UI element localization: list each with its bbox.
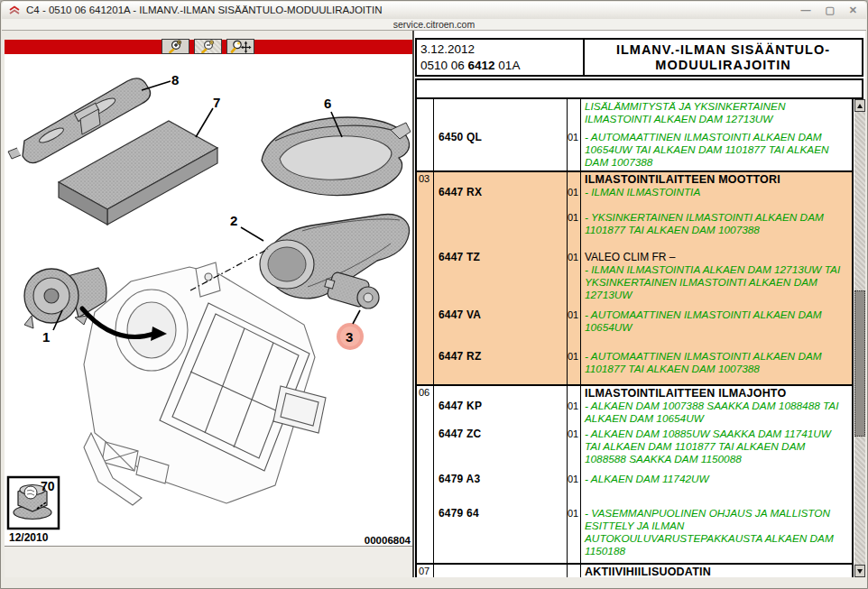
document-header: 3.12.2012 0510 06 6412 01A ILMANV.-ILMAN… [415,38,863,77]
section-body: ILMASTOINTILAITTEEN MOOTTORI6447 RX01- I… [434,172,852,375]
section-header-row: ILMASTOINTILAITTEEN MOOTTORI [434,173,852,186]
part-number[interactable]: 6479 A3 [434,473,567,485]
close-button[interactable]: ✕ [849,5,857,15]
part-row: 6447 RX01- ILMAN ILMASTOINTIA [434,186,852,198]
column-divider [567,172,568,384]
part-row: 6447 RZ01- AUTOMAATTINEN ILMASTOINTI ALK… [434,350,852,375]
section-header-row: ILMASTOINTILAITTEEN ILMAJOHTO [434,387,852,400]
desc-cell: - AUTOMAATTINEN ILMASTOINTI ALKAEN DAM 1… [580,350,852,375]
diagram-panel-footer [5,546,412,577]
diagram-panel: 8 7 6 2 1 3 70 12/2010 00006804 [5,31,412,577]
qty-cell [567,387,580,400]
column-divider [567,99,568,170]
diagram-date: 12/2010 [9,531,48,544]
callout-1[interactable]: 1 [42,330,50,344]
quantity: 01 [567,428,580,465]
column-divider [580,99,581,170]
arrow-down-icon [857,569,863,574]
part-row: 6447 VA01- AUTOMAATTINEN ILMASTOINTI ALK… [434,308,852,334]
desc-cell: VALEO CLIM FR –- ILMAN ILMASTOINTIA ALKA… [580,251,852,301]
quantity: 01 [567,131,580,169]
scrollbar-thumb[interactable] [854,290,865,437]
desc-cell: LISÄLÄMMITYSTÄ JA YKSINKERTAINEN ILMASTO… [580,100,852,125]
desc-cell: AKTIIVIHIILISUODATIN [580,566,852,577]
desc-cell: - YKSINKERTAINEN ILMASTOINTI ALKAEN DAM … [580,211,852,236]
code-bold: 6412 [468,59,495,72]
desc-cell: - AUTOMAATTINEN ILMASTOINTI ALKAEN DAM 1… [580,131,852,169]
part-number[interactable]: 6447 RZ [434,350,567,375]
part-cell [434,566,567,577]
part-row: 6447 TZ01VALEO CLIM FR –- ILMAN ILMASTOI… [434,251,852,301]
section-number: 06 [419,387,429,398]
table-scrollbar[interactable] [854,99,865,577]
part-row: 6479 6401- VASEMMANPUOLINEN OHJAUS JA MA… [434,507,852,557]
desc-cell: - ALKAEN DAM 10885UW SAAKKA DAM 11741UW … [580,428,852,465]
description-green: - ALKAEN DAM 11742UW [585,473,849,485]
scroll-up-button[interactable] [854,99,865,112]
part-number [434,211,567,236]
section-title: ILMASTOINTILAITTEEN MOOTTORI [585,173,849,186]
description-green: LISÄLÄMMITYSTÄ JA YKSINKERTAINEN ILMASTO… [585,100,849,125]
part-row: 6447 KP01- ALKAEN DAM 1007388 SAAKKA DAM… [434,400,852,425]
document-code: 0510 06 6412 01A [420,58,583,74]
column-divider [433,172,434,384]
column-divider [580,386,581,563]
section-header-row: AKTIIVIHIILISUODATIN [434,566,852,577]
citroen-logo-icon [8,5,21,17]
part-6-scoop [262,112,411,195]
quantity: 01 [567,251,580,301]
column-divider [433,386,434,563]
part-number[interactable]: 6479 64 [434,507,567,557]
maximize-button[interactable]: ▢ [825,5,834,15]
quantity [567,100,580,125]
description-green: - AUTOMAATTINEN ILMASTOINTI ALKAEN DAM 1… [585,308,849,334]
callout-2[interactable]: 2 [230,214,237,227]
code-suffix: 01A [495,59,521,72]
url-text: service.citroen.com [393,19,475,30]
section-body: AKTIIVIHIILISUODATIN6447 NV01- AUTOMAATT… [434,565,852,577]
parts-table: LISÄLÄMMITYSTÄ JA YKSINKERTAINEN ILMASTO… [415,99,854,577]
scroll-down-button[interactable] [854,565,865,577]
desc-cell: - ILMAN ILMASTOINTIA [580,186,852,198]
document-title: ILMANV.-ILMAN SISÄÄNTULO- MODUULIRAJOITI… [585,40,862,75]
column-divider [433,99,434,170]
magnifier-minus-icon [199,40,218,53]
zoom-out-button[interactable] [194,39,222,54]
callout-6[interactable]: 6 [324,97,331,110]
exploded-parts-diagram: 8 7 6 2 1 3 70 12/2010 00006804 [5,54,412,546]
part-row: 6479 A301- ALKAEN DAM 11742UW [434,473,852,485]
part-number[interactable]: 6447 RX [434,186,567,198]
desc-cell: ILMASTOINTILAITTEEN MOOTTORI [580,173,852,186]
description-black: VALEO CLIM FR – [585,251,849,263]
desc-cell: ILMASTOINTILAITTEEN ILMAJOHTO [580,387,852,400]
parts-list-panel: 3.12.2012 0510 06 6412 01A ILMANV.-ILMAN… [414,31,865,577]
quantity: 01 [567,186,580,198]
part-cell [434,387,567,400]
hvac-exploded-drawing [5,54,412,546]
zoom-in-button[interactable] [162,39,189,54]
callout-8[interactable]: 8 [171,73,179,87]
description-green: - AUTOMAATTINEN ILMASTOINTI ALKAEN DAM 1… [585,131,849,169]
part-number[interactable]: 6447 TZ [434,251,567,301]
part-number [434,100,567,125]
callout-3[interactable]: 3 [346,330,353,344]
part-number[interactable]: 6447 ZC [434,428,567,465]
desc-cell: - ALKAEN DAM 11742UW [580,473,852,485]
document-title-line1: ILMANV.-ILMAN SISÄÄNTULO- [585,42,862,58]
minimize-button[interactable]: — [800,5,810,15]
section-number: 07 [419,566,429,576]
quantity: 01 [567,350,580,375]
callout-7[interactable]: 7 [213,96,220,109]
zoom-pan-button[interactable] [226,39,254,54]
part-row: 6447 ZC01- ALKAEN DAM 10885UW SAAKKA DAM… [434,428,852,465]
title-bar: C4 - 0510 06 641201A - ILMANV.-ILMAN SIS… [2,2,866,20]
part-number[interactable]: 6447 KP [434,400,567,425]
application-window: C4 - 0510 06 641201A - ILMANV.-ILMAN SIS… [0,0,868,589]
section-body: ILMASTOINTILAITTEEN ILMAJOHTO6447 KP01- … [434,386,852,557]
part-number[interactable]: 6447 VA [434,308,567,334]
document-title-line2: MODUULIRAJOITIN [585,58,862,73]
document-date: 3.12.2012 [420,41,583,58]
description-green: - ALKAEN DAM 10885UW SAAKKA DAM 11741UW … [585,428,849,465]
hvac-housing [84,262,326,505]
part-number[interactable]: 6450 QL [434,131,567,169]
